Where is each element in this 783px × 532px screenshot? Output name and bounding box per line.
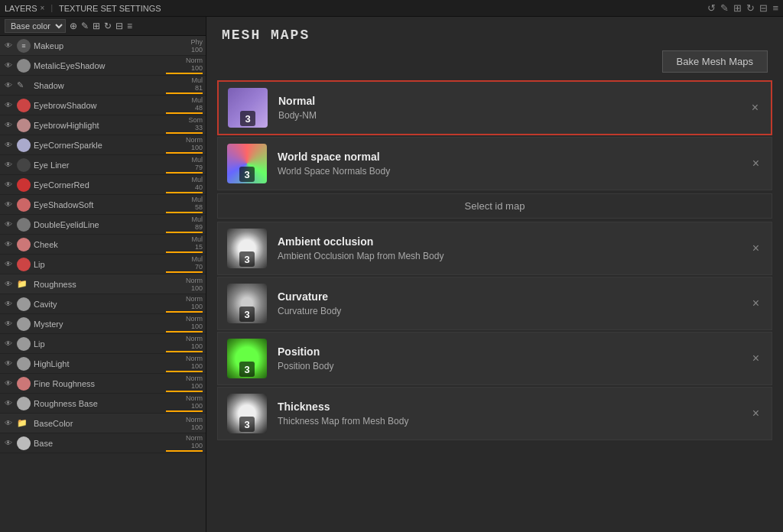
layer-item[interactable]: 👁 EyeCornerRed Mul 40 xyxy=(0,175,206,195)
map-info-worldspace: World space normal World Space Normals B… xyxy=(278,151,739,177)
map-thumbnail-worldspace: 3 xyxy=(227,144,267,183)
layer-opacity: 48 xyxy=(195,104,203,112)
layer-item[interactable]: 👁 Cheek Mul 15 xyxy=(0,235,206,255)
layer-color-bar xyxy=(166,410,203,412)
map-close-curvature[interactable]: × xyxy=(749,294,762,313)
icon-undo[interactable]: ↺ xyxy=(707,2,716,14)
icon-edit[interactable]: ✎ xyxy=(720,2,729,14)
layer-type-icon xyxy=(17,238,31,251)
layers-tab-label: LAYERS xyxy=(5,4,37,13)
map-close-position[interactable]: × xyxy=(749,349,762,368)
icon-tool-3[interactable]: ⊞ xyxy=(93,21,100,31)
layer-item[interactable]: 👁 HighLight Norm 100 xyxy=(0,354,206,374)
layer-mode: Norm xyxy=(186,277,203,284)
layer-visibility-toggle[interactable]: 👁 xyxy=(3,80,14,91)
icon-tool-1[interactable]: ⊕ xyxy=(70,21,77,31)
icon-tool-4[interactable]: ↻ xyxy=(104,21,112,31)
icon-home[interactable]: ⊞ xyxy=(733,2,742,14)
layer-item[interactable]: 👁 ≡ Makeup Phy 100 xyxy=(0,36,206,56)
layer-visibility-toggle[interactable]: 👁 xyxy=(3,438,14,449)
map-item-thickness[interactable]: 3 Thickness Thickness Map from Mesh Body… xyxy=(217,387,772,440)
layer-visibility-toggle[interactable]: 👁 xyxy=(3,100,14,111)
layer-type-icon xyxy=(17,377,31,391)
layer-name: EyeShadowSoft xyxy=(34,200,163,209)
layer-props: Som 33 xyxy=(166,116,203,134)
left-panel: Base color ⊕ ✎ ⊞ ↻ ⊟ ≡ 👁 ≡ Makeup Phy 10… xyxy=(0,17,206,532)
layer-visibility-toggle[interactable]: 👁 xyxy=(3,279,14,290)
map-number: 3 xyxy=(239,251,255,267)
layer-props: Mul 15 xyxy=(166,235,203,253)
layer-item[interactable]: 👁 Eye Liner Mul 79 xyxy=(0,155,206,175)
layer-item[interactable]: 👁 Fine Roughness Norm 100 xyxy=(0,374,206,394)
layer-visibility-toggle[interactable]: 👁 xyxy=(3,180,14,190)
layer-item[interactable]: 👁 MetalicEyeShadow Norm 100 xyxy=(0,56,206,76)
layer-mode: Norm xyxy=(186,136,203,144)
layer-item[interactable]: 👁 📁 BaseColor Norm 100 xyxy=(0,414,206,433)
layer-item[interactable]: 👁 DoubleEyelidLine Mul 89 xyxy=(0,215,206,235)
icon-tool-6[interactable]: ≡ xyxy=(127,21,132,31)
layer-item[interactable]: 👁 EyeShadowSoft Mul 58 xyxy=(0,195,206,215)
layer-item[interactable]: 👁 EyebrowHighlight Som 33 xyxy=(0,115,206,135)
map-close-worldspace[interactable]: × xyxy=(749,154,762,174)
icon-menu[interactable]: ≡ xyxy=(772,2,778,14)
layer-visibility-toggle[interactable]: 👁 xyxy=(3,378,14,389)
icon-tool-2[interactable]: ✎ xyxy=(81,21,89,31)
layer-visibility-toggle[interactable]: 👁 xyxy=(3,358,14,369)
layer-item[interactable]: 👁 ✎ Shadow Mul 81 xyxy=(0,76,206,96)
layers-tab-close[interactable]: × xyxy=(41,4,45,12)
layer-item[interactable]: 👁 EyeCornerSparkle Norm 100 xyxy=(0,135,206,155)
layer-item[interactable]: 👁 📁 Roughness Norm 100 xyxy=(0,274,206,294)
map-item-position[interactable]: 3 Position Position Body × xyxy=(217,332,772,385)
layer-item[interactable]: 👁 Lip Norm 100 xyxy=(0,334,206,354)
icon-tool-5[interactable]: ⊟ xyxy=(115,21,123,31)
map-item-worldspace[interactable]: 3 World space normal World Space Normals… xyxy=(217,137,772,190)
layer-item[interactable]: 👁 Roughness Base Norm 100 xyxy=(0,394,206,414)
layer-item[interactable]: 👁 Mystery Norm 100 xyxy=(0,314,206,334)
map-thumbnail-thickness: 3 xyxy=(227,394,267,433)
layer-mode: Mul xyxy=(191,76,203,84)
layer-type-icon xyxy=(17,158,31,172)
select-id-map-button[interactable]: Select id map xyxy=(217,193,772,219)
layer-visibility-toggle[interactable]: 👁 xyxy=(3,259,14,270)
layer-visibility-toggle[interactable]: 👁 xyxy=(3,299,14,310)
layer-type-icon xyxy=(17,218,31,232)
mesh-maps-toolbar: Bake Mesh Maps xyxy=(206,50,783,80)
layer-mode: Phy xyxy=(190,38,203,46)
layer-visibility-toggle[interactable]: 👁 xyxy=(3,319,14,329)
layer-visibility-toggle[interactable]: 👁 xyxy=(3,160,14,170)
bake-mesh-maps-button[interactable]: Bake Mesh Maps xyxy=(662,50,768,73)
map-item-ao[interactable]: 3 Ambient occlusion Ambient Occlusion Ma… xyxy=(217,222,772,275)
layer-item[interactable]: 👁 Cavity Norm 100 xyxy=(0,294,206,314)
layer-visibility-toggle[interactable]: 👁 xyxy=(3,60,14,71)
layer-visibility-toggle[interactable]: 👁 xyxy=(3,398,14,409)
layer-name: Roughness xyxy=(34,280,163,289)
map-close-ao[interactable]: × xyxy=(749,238,762,258)
layer-item[interactable]: 👁 Base Norm 100 xyxy=(0,433,206,453)
layer-item[interactable]: 👁 EyebrowShadow Mul 48 xyxy=(0,96,206,115)
map-number: 3 xyxy=(239,362,255,377)
layer-item[interactable]: 👁 Lip Mul 70 xyxy=(0,255,206,274)
layer-name: HighLight xyxy=(34,359,163,368)
layer-visibility-toggle[interactable]: 👁 xyxy=(3,120,14,131)
layers-tab[interactable]: LAYERS × xyxy=(5,4,44,13)
layer-visibility-toggle[interactable]: 👁 xyxy=(3,41,14,51)
layer-props: Norm 100 xyxy=(166,416,203,431)
layer-visibility-toggle[interactable]: 👁 xyxy=(3,140,14,151)
layer-visibility-toggle[interactable]: 👁 xyxy=(3,239,14,250)
icon-grid[interactable]: ⊟ xyxy=(759,2,768,14)
map-item-curvature[interactable]: 3 Curvature Curvature Body × xyxy=(217,277,772,330)
map-close-thickness[interactable]: × xyxy=(749,404,762,423)
layer-props: Norm 100 xyxy=(166,57,203,74)
layer-visibility-toggle[interactable]: 👁 xyxy=(3,339,14,349)
texture-set-tab[interactable]: TEXTURE SET SETTINGS xyxy=(59,4,161,13)
top-bar-icons: ↺ ✎ ⊞ ↻ ⊟ ≡ xyxy=(707,2,778,14)
map-type-thickness: Thickness xyxy=(278,401,739,413)
layer-visibility-toggle[interactable]: 👁 xyxy=(3,200,14,210)
layer-props: Mul 70 xyxy=(166,255,203,273)
layer-visibility-toggle[interactable]: 👁 xyxy=(3,418,14,429)
icon-redo[interactable]: ↻ xyxy=(746,2,755,14)
map-close-normal[interactable]: × xyxy=(749,98,762,118)
base-color-select[interactable]: Base color xyxy=(5,19,66,33)
layer-visibility-toggle[interactable]: 👁 xyxy=(3,219,14,230)
map-item-normal[interactable]: 3 Normal Body-NM × xyxy=(217,80,772,135)
